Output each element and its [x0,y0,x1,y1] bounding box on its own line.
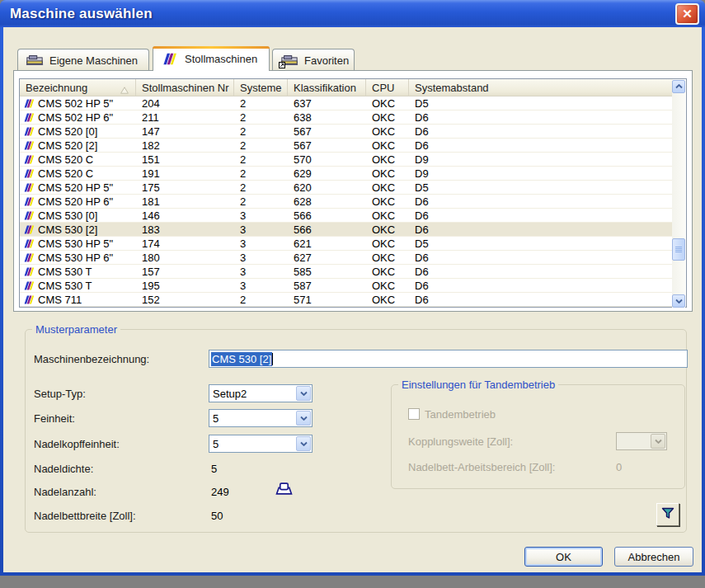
setup-typ-label: Setup-Typ: [34,388,86,400]
tab-stollmaschinen[interactable]: Stollmaschinen [153,46,270,71]
table-row[interactable]: CMS 530 T 195 3 587 OKC D6 [20,279,673,293]
selected-text: CMS 530 [2] [211,352,272,366]
table-row[interactable]: CMS 530 [0] 146 3 566 OKC D6 [20,209,673,223]
machine-icon [26,54,44,67]
tandembetrieb-label: Tandembetrieb [425,408,496,421]
nadelkopffeinheit-label: Nadelkopffeinheit: [34,438,120,450]
column-header-systeme[interactable]: Systeme [234,79,288,96]
stoll-stripes-icon [22,239,35,248]
table-row[interactable]: CMS 502 HP 5" 204 2 637 OKC D5 [20,96,673,111]
setup-typ-select[interactable]: Setup2 [209,384,313,402]
stoll-stripes-icon [22,127,35,136]
table-body: CMS 502 HP 5" 204 2 637 OKC D5 [20,96,673,307]
table-row[interactable]: CMS 520 HP 5" 175 2 620 OKC D5 [20,181,673,195]
nadelbett-arbeitsbereich-label: Nadelbett-Arbeitsbereich [Zoll]: [408,461,555,473]
text-caret [272,353,273,365]
table-row[interactable]: CMS 530 HP 5" 174 3 621 OKC D5 [20,237,673,251]
table-header: Bezeichnung Stollmaschinen Nr Systeme Kl… [20,79,673,96]
nadeldichte-value: 5 [211,463,217,475]
ok-button[interactable]: OK [524,547,603,567]
nadelbettbreite-value: 50 [211,510,223,522]
feinheit-label: Feinheit: [34,412,75,425]
desktop-background: Maschine auswählen ✕ Eigene Maschinen St… [0,0,705,588]
tab-favoriten[interactable]: Favoriten [272,49,355,71]
stoll-stripes-icon [22,155,35,164]
nadelbettbreite-label: Nadelbettbreite [Zoll]: [34,510,136,522]
stoll-stripes-icon [22,295,35,304]
tab-label: Favoriten [304,54,349,67]
group-title: Musterparameter [32,323,120,336]
table-row[interactable]: CMS 502 HP 6" 211 2 638 OKC D6 [20,111,673,125]
nadelanzahl-label: Nadelanzahl: [34,486,96,498]
group-title: Einstellungen für Tandembetrieb [398,379,558,391]
table-row[interactable]: CMS 530 T 157 3 585 OKC D6 [20,265,673,279]
column-header-cpu[interactable]: CPU [366,79,409,96]
stoll-stripes-icon [22,281,35,290]
scroll-up-button[interactable] [672,80,685,93]
tandembetrieb-checkbox [408,408,420,420]
stoll-stripes-icon [161,53,179,65]
nadelbett-arbeitsbereich-value: 0 [616,461,622,473]
titlebar[interactable]: Maschine auswählen ✕ [0,0,705,27]
column-header-bezeichnung[interactable]: Bezeichnung [20,79,136,96]
table-row[interactable]: CMS 520 [0] 147 2 567 OKC D6 [20,125,673,139]
stoll-stripes-icon [22,141,35,150]
tab-eigene-maschinen[interactable]: Eigene Maschinen [17,49,149,71]
column-header-stollmaschinen-nr[interactable]: Stollmaschinen Nr [136,79,234,96]
stoll-stripes-icon [22,267,35,276]
scrollbar-thumb[interactable] [672,238,685,261]
kopplungsweite-select [616,432,667,450]
chevron-down-icon[interactable] [296,436,311,451]
stoll-stripes-icon [22,253,35,262]
table-row[interactable]: CMS 530 [2] 183 3 566 OKC D6 [20,223,673,237]
nadelanzahl-value: 249 [211,486,229,498]
chevron-down-icon [651,434,665,449]
stoll-stripes-icon [22,225,35,234]
column-header-klassifikation[interactable]: Klassifikation [288,79,366,96]
table-row[interactable]: CMS 711 152 2 571 OKC D6 [20,293,673,307]
table-row[interactable]: CMS 530 HP 6" 180 3 627 OKC D6 [20,251,673,265]
chevron-down-icon[interactable] [296,411,311,426]
stoll-stripes-icon [22,211,35,220]
funnel-icon [661,507,674,523]
tab-label: Eigene Maschinen [49,54,138,67]
kopplungsweite-label: Kopplungsweite [Zoll]: [408,435,513,448]
dialog-client-area: Eigene Maschinen Stollmaschinen [3,27,702,572]
filter-button[interactable] [656,503,679,526]
musterparameter-group: Musterparameter Maschinenbezeichnung: CM… [25,329,687,533]
tab-panel-stollmaschinen: Bezeichnung Stollmaschinen Nr Systeme Kl… [13,70,693,312]
machine-icon [280,54,298,67]
table-row[interactable]: CMS 520 C 191 2 629 OKC D9 [20,167,673,181]
nadelkopffeinheit-select[interactable]: 5 [209,435,313,453]
stoll-stripes-icon [22,169,35,178]
maschinenbezeichnung-input[interactable]: CMS 530 [2] [209,350,688,368]
table-scrollbar[interactable] [672,80,685,308]
dialog-window: Maschine auswählen ✕ Eigene Maschinen St… [0,0,705,576]
stoll-stripes-icon [22,113,35,122]
tab-label: Stollmaschinen [185,53,257,65]
chevron-down-icon[interactable] [296,386,311,401]
machine-list: Bezeichnung Stollmaschinen Nr Systeme Kl… [19,78,687,308]
window-title: Maschine auswählen [10,6,675,22]
shortcut-arrow-icon [279,62,285,68]
column-header-systemabstand[interactable]: Systemabstand [409,79,673,96]
maschinenbezeichnung-label: Maschinenbezeichnung: [34,353,149,365]
stoll-stripes-icon [22,99,35,108]
stoll-stripes-icon [22,197,35,206]
table-row[interactable]: CMS 520 C 151 2 570 OKC D9 [20,153,673,167]
nadeldichte-label: Nadeldichte: [34,463,93,475]
sort-asc-triangle-icon [120,84,129,96]
stoll-stripes-icon [22,183,35,192]
table-row[interactable]: CMS 520 [2] 182 2 567 OKC D6 [20,139,673,153]
table-row[interactable]: CMS 520 HP 6" 181 2 628 OKC D6 [20,195,673,209]
needle-bed-icon[interactable] [275,482,293,499]
cancel-button[interactable]: Abbrechen [614,547,693,567]
feinheit-select[interactable]: 5 [209,409,313,427]
tandembetrieb-group: Einstellungen für Tandembetrieb Tandembe… [391,384,685,489]
scroll-down-button[interactable] [672,294,685,308]
close-icon[interactable]: ✕ [675,3,699,25]
